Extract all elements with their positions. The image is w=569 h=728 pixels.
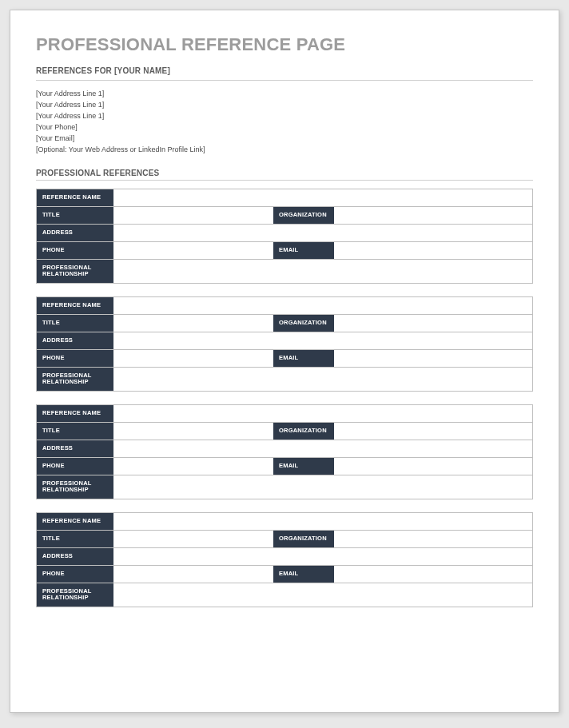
label-email: EMAIL — [273, 350, 334, 367]
field-email[interactable] — [334, 350, 532, 367]
label-address: ADDRESS — [37, 548, 113, 565]
label-reference-name: REFERENCE NAME — [37, 405, 113, 422]
divider — [36, 80, 533, 81]
label-phone: PHONE — [37, 350, 113, 367]
label-title: TITLE — [37, 423, 113, 440]
label-title: TITLE — [37, 531, 113, 547]
label-organization: ORGANIZATION — [273, 423, 334, 440]
field-organization[interactable] — [334, 531, 532, 547]
info-line: [Your Email] — [36, 133, 533, 145]
field-phone[interactable] — [113, 458, 273, 475]
label-organization: ORGANIZATION — [273, 207, 334, 224]
field-phone[interactable] — [113, 350, 273, 367]
label-reference-name: REFERENCE NAME — [37, 513, 113, 530]
reference-block: REFERENCE NAME TITLE ORGANIZATION ADDRES… — [36, 512, 533, 607]
field-relationship[interactable] — [113, 260, 532, 283]
field-relationship[interactable] — [113, 368, 532, 391]
field-email[interactable] — [334, 566, 532, 583]
field-address[interactable] — [113, 440, 532, 457]
references-for-heading: REFERENCES FOR [YOUR NAME] — [36, 66, 533, 75]
field-organization[interactable] — [334, 207, 532, 224]
label-address: ADDRESS — [37, 332, 113, 349]
reference-block: REFERENCE NAME TITLE ORGANIZATION ADDRES… — [36, 404, 533, 499]
label-title: TITLE — [37, 315, 113, 332]
applicant-info-block: [Your Address Line 1] [Your Address Line… — [36, 89, 533, 156]
field-title[interactable] — [113, 423, 273, 440]
page-title: PROFESSIONAL REFERENCE PAGE — [36, 34, 533, 55]
reference-block: REFERENCE NAME TITLE ORGANIZATION ADDRES… — [36, 296, 533, 392]
field-relationship[interactable] — [113, 475, 532, 499]
label-phone: PHONE — [37, 566, 113, 583]
professional-references-heading: PROFESSIONAL REFERENCES — [36, 169, 533, 177]
field-title[interactable] — [113, 531, 273, 547]
label-email: EMAIL — [273, 242, 334, 259]
label-reference-name: REFERENCE NAME — [37, 189, 113, 206]
field-reference-name[interactable] — [113, 405, 532, 422]
field-organization[interactable] — [334, 423, 532, 440]
field-phone[interactable] — [113, 566, 273, 583]
label-reference-name: REFERENCE NAME — [37, 297, 113, 314]
field-title[interactable] — [113, 207, 273, 224]
label-organization: ORGANIZATION — [273, 315, 334, 332]
label-relationship: PROFESSIONAL RELATIONSHIP — [37, 260, 113, 283]
info-line: [Optional: Your Web Address or LinkedIn … — [36, 145, 533, 156]
info-line: [Your Phone] — [36, 122, 533, 133]
field-address[interactable] — [113, 225, 532, 241]
label-address: ADDRESS — [37, 440, 113, 457]
label-email: EMAIL — [273, 458, 334, 475]
field-address[interactable] — [113, 332, 532, 349]
info-line: [Your Address Line 1] — [36, 111, 533, 122]
label-title: TITLE — [37, 207, 113, 224]
field-email[interactable] — [334, 242, 532, 259]
field-organization[interactable] — [334, 315, 532, 332]
field-relationship[interactable] — [113, 583, 532, 607]
label-relationship: PROFESSIONAL RELATIONSHIP — [37, 475, 113, 499]
divider — [36, 180, 533, 181]
label-relationship: PROFESSIONAL RELATIONSHIP — [37, 368, 113, 391]
field-email[interactable] — [334, 458, 532, 475]
label-phone: PHONE — [37, 242, 113, 259]
reference-block: REFERENCE NAME TITLE ORGANIZATION ADDRES… — [36, 189, 533, 284]
field-reference-name[interactable] — [113, 513, 532, 530]
field-address[interactable] — [113, 548, 532, 565]
document-page: PROFESSIONAL REFERENCE PAGE REFERENCES F… — [10, 10, 559, 713]
field-reference-name[interactable] — [113, 189, 532, 206]
field-title[interactable] — [113, 315, 273, 332]
label-address: ADDRESS — [37, 225, 113, 241]
field-reference-name[interactable] — [113, 297, 532, 314]
label-email: EMAIL — [273, 566, 334, 583]
field-phone[interactable] — [113, 242, 273, 259]
label-organization: ORGANIZATION — [273, 531, 334, 547]
label-relationship: PROFESSIONAL RELATIONSHIP — [37, 583, 113, 607]
label-phone: PHONE — [37, 458, 113, 475]
info-line: [Your Address Line 1] — [36, 100, 533, 111]
info-line: [Your Address Line 1] — [36, 89, 533, 100]
